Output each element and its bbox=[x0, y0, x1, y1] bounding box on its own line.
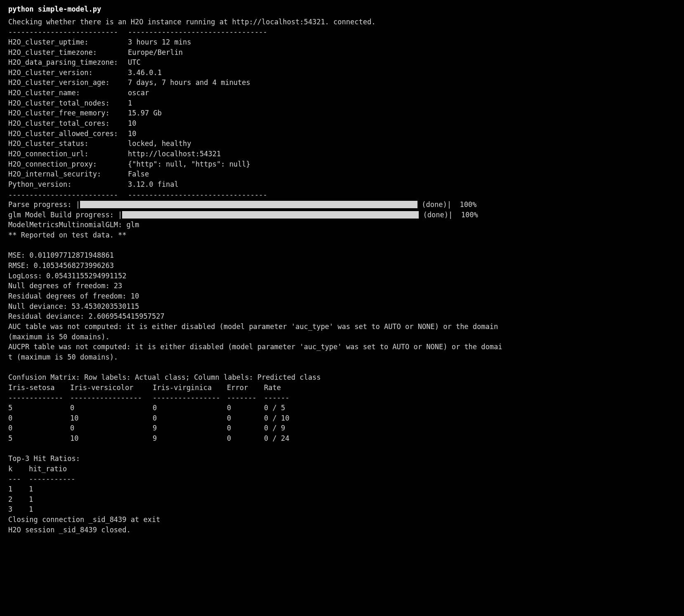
progress-done: (done)| 100% bbox=[417, 200, 476, 210]
hr-cell: 1 bbox=[8, 484, 29, 494]
hr-header-row: khit_ratio bbox=[8, 464, 676, 474]
build-progress: glm Model Build progress: | (done)| 100% bbox=[8, 210, 676, 220]
cm-cell: ------------- bbox=[8, 393, 70, 403]
confusion-matrix-table: Iris-setosaIris-versicolorIris-virginica… bbox=[8, 383, 676, 444]
cm-data-row: 510900 / 24 bbox=[8, 433, 676, 444]
command-line: python simple-model.py bbox=[8, 4, 676, 14]
reported-on: ** Reported on test data. ** bbox=[8, 230, 676, 240]
hr-cell: ----------- bbox=[29, 474, 83, 484]
cluster-info-key: H2O_cluster_version_age: bbox=[8, 78, 128, 88]
sep-left: -------------------------- bbox=[8, 27, 128, 37]
cm-header-row: Iris-setosaIris-versicolorIris-virginica… bbox=[8, 383, 676, 393]
metrics-header: ModelMetricsMultinomialGLM: glm bbox=[8, 220, 676, 230]
cluster-info-row: H2O_connection_url:http://localhost:5432… bbox=[8, 149, 676, 159]
hr-data-row: 11 bbox=[8, 484, 676, 494]
cm-cell: ------ bbox=[264, 393, 301, 403]
cluster-info-row: H2O_cluster_version:3.46.0.1 bbox=[8, 68, 676, 78]
cluster-info-value: 3 hours 12 mins bbox=[128, 37, 191, 47]
hr-data-row: 31 bbox=[8, 504, 676, 515]
metric-line: (maximum is 50 domains). bbox=[8, 332, 676, 342]
cluster-info-key: H2O_cluster_uptime: bbox=[8, 37, 128, 47]
cm-cell: 0 / 10 bbox=[264, 413, 301, 423]
cluster-info-value: locked, healthy bbox=[128, 139, 191, 149]
cluster-info-row: H2O_connection_proxy:{"http": null, "htt… bbox=[8, 159, 676, 169]
cm-cell: 10 bbox=[70, 413, 153, 423]
hr-data-row: 21 bbox=[8, 494, 676, 505]
cluster-info-row: H2O_cluster_total_cores:10 bbox=[8, 118, 676, 129]
cm-cell: Iris-versicolor bbox=[70, 383, 153, 393]
cm-cell: Rate bbox=[264, 383, 301, 393]
cluster-info-value: {"http": null, "https": null} bbox=[128, 159, 250, 169]
metric-line: Residual degrees of freedom: 10 bbox=[8, 291, 676, 301]
cm-data-row: 00900 / 9 bbox=[8, 423, 676, 433]
parse-progress: Parse progress: | (done)| 100% bbox=[8, 200, 676, 210]
connect-status: Checking whether there is an H2O instanc… bbox=[8, 17, 676, 27]
cluster-info-key: H2O_internal_security: bbox=[8, 169, 128, 179]
cm-cell: 0 bbox=[70, 403, 153, 413]
cluster-info-key: H2O_connection_url: bbox=[8, 149, 128, 159]
cluster-info-value: 1 bbox=[128, 98, 132, 108]
confusion-matrix-title: Confusion Matrix: Row labels: Actual cla… bbox=[8, 372, 676, 383]
cluster-info-key: Python_version: bbox=[8, 179, 128, 190]
metric-line: AUCPR table was not computed: it is eith… bbox=[8, 342, 676, 352]
cm-cell: 0 / 5 bbox=[264, 403, 301, 413]
cm-sep-row: ----------------------------------------… bbox=[8, 393, 676, 403]
cluster-info-key: H2O_cluster_status: bbox=[8, 139, 128, 149]
hr-cell: 2 bbox=[8, 494, 29, 505]
hr-cell: 3 bbox=[8, 504, 29, 515]
cluster-info-row: H2O_cluster_name:oscar bbox=[8, 88, 676, 98]
cluster-info-table: H2O_cluster_uptime:3 hours 12 minsH2O_cl… bbox=[8, 37, 676, 190]
cm-cell: 9 bbox=[153, 433, 227, 444]
metric-line: LogLoss: 0.05431155294991152 bbox=[8, 271, 676, 281]
cluster-info-key: H2O_cluster_free_memory: bbox=[8, 108, 128, 118]
progress-label: glm Model Build progress: | bbox=[8, 210, 122, 220]
cluster-info-value: 15.97 Gb bbox=[128, 108, 162, 118]
hr-sep-row: -------------- bbox=[8, 474, 676, 484]
cm-cell: 0 bbox=[227, 413, 264, 423]
cluster-info-row: H2O_cluster_allowed_cores:10 bbox=[8, 129, 676, 139]
cm-cell: 0 / 9 bbox=[264, 423, 301, 433]
cluster-info-value: 7 days, 7 hours and 4 minutes bbox=[128, 78, 250, 88]
cm-cell: 0 bbox=[8, 423, 70, 433]
cluster-info-row: H2O_cluster_version_age:7 days, 7 hours … bbox=[8, 78, 676, 88]
cluster-info-key: H2O_cluster_allowed_cores: bbox=[8, 129, 128, 139]
cm-data-row: 50000 / 5 bbox=[8, 403, 676, 413]
cluster-info-key: H2O_connection_proxy: bbox=[8, 159, 128, 169]
progress-bar bbox=[80, 201, 417, 208]
metric-line: Null degrees of freedom: 23 bbox=[8, 281, 676, 291]
metric-line: Residual deviance: 2.6069545415957527 bbox=[8, 311, 676, 322]
metric-line: MSE: 0.011097712871948861 bbox=[8, 250, 676, 261]
metric-line: t (maximum is 50 domains). bbox=[8, 352, 676, 362]
cluster-info-value: 10 bbox=[128, 129, 136, 139]
cluster-info-row: H2O_cluster_timezone:Europe/Berlin bbox=[8, 47, 676, 58]
cluster-info-key: H2O_cluster_name: bbox=[8, 88, 128, 98]
cluster-info-row: Python_version:3.12.0 final bbox=[8, 179, 676, 190]
progress-done: (done)| 100% bbox=[419, 210, 478, 220]
blank bbox=[8, 362, 676, 372]
cm-cell: 0 bbox=[227, 433, 264, 444]
cm-cell: 5 bbox=[8, 433, 70, 444]
hr-cell: 1 bbox=[29, 494, 83, 505]
cm-cell: 0 bbox=[8, 413, 70, 423]
cluster-info-key: H2O_cluster_total_nodes: bbox=[8, 98, 128, 108]
hr-cell: k bbox=[8, 464, 29, 474]
progress-bar bbox=[122, 211, 419, 219]
blank bbox=[8, 240, 676, 251]
cluster-info-key: H2O_cluster_total_cores: bbox=[8, 118, 128, 129]
cluster-info-row: H2O_cluster_total_nodes:1 bbox=[8, 98, 676, 108]
hr-cell: hit_ratio bbox=[29, 464, 83, 474]
cm-cell: Iris-virginica bbox=[153, 383, 227, 393]
cluster-info-value: 10 bbox=[128, 118, 136, 129]
cm-cell: 0 / 24 bbox=[264, 433, 301, 444]
cm-cell: ---------------- bbox=[153, 393, 227, 403]
cm-cell: Iris-setosa bbox=[8, 383, 70, 393]
closing-line: Closing connection _sid_8439 at exit bbox=[8, 515, 676, 525]
cm-cell: ------- bbox=[227, 393, 264, 403]
cluster-info-row: H2O_cluster_status:locked, healthy bbox=[8, 139, 676, 149]
cluster-info-value: Europe/Berlin bbox=[128, 47, 183, 58]
blank bbox=[8, 444, 676, 454]
cm-cell: Error bbox=[227, 383, 264, 393]
cm-cell: ----------------- bbox=[70, 393, 153, 403]
metrics-block: MSE: 0.011097712871948861RMSE: 0.1053456… bbox=[8, 250, 676, 362]
cm-cell: 0 bbox=[227, 423, 264, 433]
